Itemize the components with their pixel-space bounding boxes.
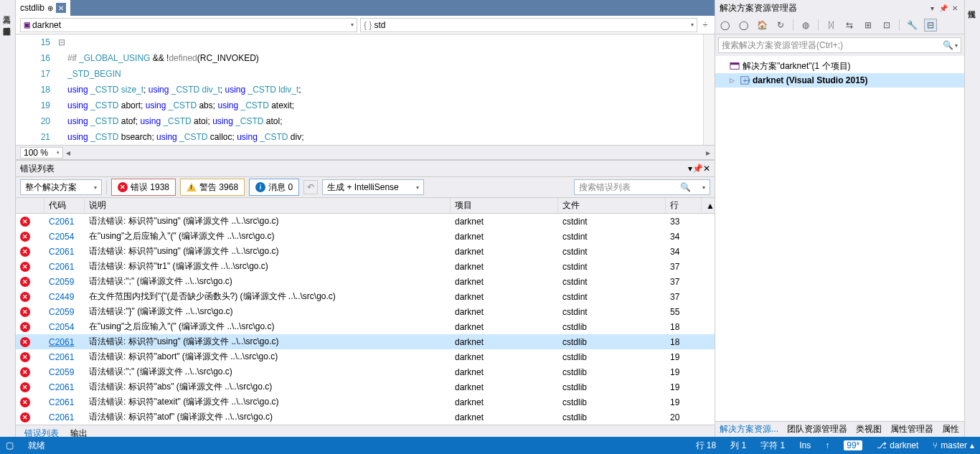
tab-team-explorer[interactable]: 团队资源管理器	[783, 422, 852, 437]
error-proj: darknet	[451, 307, 558, 317]
view-icon[interactable]: ◍	[799, 19, 812, 32]
clear-button[interactable]: ↶	[303, 180, 318, 194]
member-combo[interactable]: { } std ▾	[360, 18, 697, 32]
solution-search-box[interactable]: 搜索解决方案资源管理器(Ctrl+;) 🔍 ▾	[718, 37, 961, 53]
chevron-down-icon: ▾	[702, 184, 705, 191]
tab-properties[interactable]: 属性	[938, 422, 963, 437]
status-char: 字符 1	[760, 440, 785, 452]
status-bar: ▢ 就绪 行 18 列 1 字符 1 Ins ↑ 99* ⎇ darknet ⑂…	[0, 437, 980, 454]
properties-tab[interactable]: 属性	[965, 0, 979, 9]
table-row[interactable]: ✕ C2061 语法错误: 标识符"atof" (编译源文件 ..\..\src…	[16, 410, 715, 425]
project-label: darknet (Visual Studio 2015)	[753, 75, 868, 85]
forward-icon[interactable]: ◯	[737, 19, 750, 32]
status-badge[interactable]: 99*	[844, 440, 862, 450]
scope-filter-value: 整个解决方案	[25, 181, 77, 194]
table-row[interactable]: ✕ C2061 语法错误: 标识符"abs" (编译源文件 ..\..\src\…	[16, 379, 715, 394]
build-filter-combo[interactable]: 生成 + IntelliSense ▾	[322, 179, 424, 195]
table-row[interactable]: ✕ C2061 语法错误: 标识符"atexit" (编译源文件 ..\..\s…	[16, 394, 715, 410]
server-explorer-tab[interactable]: 服务器资源管理器	[0, 17, 15, 26]
editor-tab-cstdlib[interactable]: cstdlib ⊕ ✕	[16, 0, 70, 16]
status-col: 列 1	[730, 440, 746, 452]
close-icon[interactable]: ✕	[950, 3, 960, 13]
code-lines[interactable]: #if _GLOBAL_USING && !defined(RC_INVOKED…	[67, 34, 703, 145]
properties-icon[interactable]: ⊡	[880, 19, 893, 32]
menu-icon[interactable]: ▾	[927, 3, 937, 13]
editor-nav-bar: ▣ darknet ▾ { } std ▾ ÷	[16, 16, 715, 34]
error-code: C2061	[44, 337, 85, 347]
tab-property-manager[interactable]: 属性管理器	[886, 422, 938, 437]
scope-filter-combo[interactable]: 整个解决方案 ▾	[20, 179, 102, 195]
solution-node[interactable]: 解决方案"darknet"(1 个项目)	[715, 59, 964, 73]
pin-icon[interactable]: 📌	[692, 164, 703, 174]
error-icon: ✕	[20, 337, 30, 347]
pin-icon[interactable]: 📌	[938, 3, 948, 13]
code-editor[interactable]: 15161718192021 ⊟ #if _GLOBAL_USING && !d…	[16, 34, 715, 145]
table-row[interactable]: ✕ C2449 在文件范围内找到"{"(是否缺少函数头?) (编译源文件 ..\…	[16, 289, 715, 304]
table-row[interactable]: ✕ C2061 语法错误: 标识符"using" (编译源文件 ..\..\sr…	[16, 214, 715, 229]
status-branch[interactable]: ⎇ darknet	[877, 440, 918, 450]
table-row[interactable]: ✕ C2059 语法错误:";" (编译源文件 ..\..\src\go.c) …	[16, 274, 715, 289]
table-row[interactable]: ✕ C2059 语法错误:";" (编译源文件 ..\..\src\go.c) …	[16, 364, 715, 379]
wrench-icon[interactable]: 🔧	[905, 19, 918, 32]
zoom-combo[interactable]: 100 % ▾	[20, 147, 63, 159]
line-header[interactable]: 行	[666, 198, 702, 213]
left-arrow-icon[interactable]: ◂	[66, 148, 70, 158]
toolbox-tab[interactable]: 工具箱	[0, 6, 15, 14]
errors-count: 错误 1938	[131, 181, 169, 194]
error-code: C2059	[44, 367, 85, 377]
line-gutter: 15161718192021	[16, 34, 56, 145]
file-header[interactable]: 文件	[558, 198, 666, 213]
back-icon[interactable]: ◯	[718, 19, 731, 32]
error-icon: ✕	[20, 217, 30, 227]
messages-toggle[interactable]: i 消息 0	[249, 179, 299, 196]
right-arrow-icon[interactable]: ▸	[706, 148, 710, 158]
table-row[interactable]: ✕ C2059 语法错误:"}" (编译源文件 ..\..\src\go.c) …	[16, 304, 715, 319]
error-proj: darknet	[451, 397, 558, 407]
status-upload-icon[interactable]: ↑	[825, 440, 829, 450]
error-desc: 语法错误: 标识符"using" (编译源文件 ..\..\src\go.c)	[85, 215, 451, 227]
expand-icon[interactable]: ▷	[730, 77, 737, 84]
status-line: 行 18	[696, 440, 717, 452]
collapse-icon[interactable]: ⇆	[843, 19, 856, 32]
chevron-down-icon: ▾	[88, 184, 97, 191]
code-header[interactable]: 代码	[44, 198, 85, 213]
error-proj: darknet	[451, 382, 558, 392]
refresh-icon[interactable]: ᛞ	[824, 19, 837, 32]
solution-tree[interactable]: 解决方案"darknet"(1 个项目) ▷ ++ darknet (Visua…	[715, 56, 964, 421]
show-all-icon[interactable]: ⊞	[862, 19, 875, 32]
project-node[interactable]: ▷ ++ darknet (Visual Studio 2015)	[715, 73, 964, 88]
right-tool-tabs: 属性	[964, 0, 980, 437]
table-row[interactable]: ✕ C2061 语法错误: 标识符"tr1" (编译源文件 ..\..\src\…	[16, 259, 715, 274]
error-desc: 语法错误: 标识符"atexit" (编译源文件 ..\..\src\go.c)	[85, 396, 451, 408]
error-search-box[interactable]: 搜索错误列表 🔍 ▾	[574, 179, 710, 195]
table-row[interactable]: ✕ C2054 在"using"之后应输入"(" (编译源文件 ..\..\sr…	[16, 319, 715, 334]
vertical-scrollbar[interactable]	[703, 34, 715, 145]
close-icon[interactable]: ✕	[703, 164, 710, 174]
scope-combo[interactable]: ▣ darknet ▾	[20, 18, 357, 32]
icon-header[interactable]	[16, 198, 44, 213]
tab-class-view[interactable]: 类视图	[852, 422, 886, 437]
preview-icon[interactable]: ⊟	[924, 19, 937, 32]
table-row[interactable]: ✕ C2061 语法错误: 标识符"abort" (编译源文件 ..\..\sr…	[16, 349, 715, 364]
chevron-down-icon: ▾	[955, 42, 958, 49]
proj-header[interactable]: 项目	[451, 198, 558, 213]
error-code: C2054	[44, 232, 85, 242]
error-icon: ✕	[20, 367, 30, 377]
home-icon[interactable]: 🏠	[755, 19, 768, 32]
desc-header[interactable]: 说明	[85, 198, 451, 213]
fold-column[interactable]: ⊟	[56, 34, 67, 145]
sync-icon[interactable]: ↻	[774, 19, 787, 32]
status-master[interactable]: ⑂ master ▴	[933, 440, 974, 450]
warnings-toggle[interactable]: 警告 3968	[180, 179, 245, 196]
error-code: C2054	[44, 322, 85, 332]
table-row[interactable]: ✕ C2054 在"using"之后应输入"(" (编译源文件 ..\..\sr…	[16, 229, 715, 244]
error-table: 代码 说明 项目 文件 行 ▲ ✕ C2061 语法错误: 标识符"using"…	[16, 198, 715, 425]
tab-solution-explorer[interactable]: 解决方案资源...	[715, 422, 783, 437]
close-icon[interactable]: ✕	[56, 3, 66, 13]
pin-icon[interactable]: ⊕	[47, 4, 53, 12]
table-row[interactable]: ✕ C2061 语法错误: 标识符"using" (编译源文件 ..\..\sr…	[16, 244, 715, 259]
split-icon[interactable]: ÷	[700, 20, 710, 30]
errors-toggle[interactable]: ✕ 错误 1938	[111, 179, 176, 196]
error-proj: darknet	[451, 277, 558, 287]
table-row[interactable]: ✕ C2061 语法错误: 标识符"using" (编译源文件 ..\..\sr…	[16, 334, 715, 349]
